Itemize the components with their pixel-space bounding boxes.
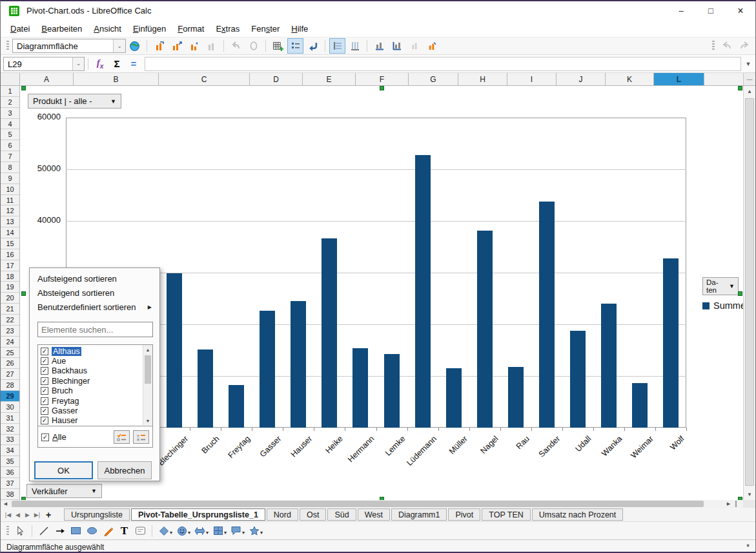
row-header-26[interactable]: 26 bbox=[1, 358, 19, 369]
row-header-37[interactable]: 37 bbox=[1, 478, 19, 489]
next-sheet-icon[interactable]: ▶ bbox=[23, 512, 32, 518]
add-sheet-button[interactable]: + bbox=[42, 510, 55, 520]
row-header-23[interactable]: 23 bbox=[1, 326, 19, 337]
data-field-button[interactable]: Da-ten ▼ bbox=[702, 277, 739, 295]
bar-nagel[interactable] bbox=[477, 231, 493, 428]
toolbar-grip[interactable] bbox=[6, 526, 9, 536]
vertical-scroll-thumb[interactable] bbox=[745, 98, 754, 486]
menu-fenster[interactable]: Fenster bbox=[245, 21, 285, 36]
bar-hermann[interactable] bbox=[352, 348, 368, 428]
row-header-31[interactable]: 31 bbox=[1, 413, 19, 424]
row-header-27[interactable]: 27 bbox=[1, 369, 19, 380]
sort-ascending-option[interactable]: Aufsteigend sortieren bbox=[30, 272, 159, 286]
row-header-11[interactable]: 11 bbox=[1, 195, 19, 206]
dropdown-arrow-icon[interactable]: ▾ bbox=[170, 530, 172, 536]
insert-text-box-icon[interactable]: T bbox=[116, 523, 132, 538]
row-header-38[interactable]: 38 bbox=[1, 489, 19, 500]
row-header-10[interactable]: 10 bbox=[1, 184, 19, 195]
scroll-down-icon[interactable]: ▼ bbox=[744, 489, 755, 500]
select-pointer-icon[interactable] bbox=[12, 523, 28, 538]
expand-formula-bar-icon[interactable]: ▼ bbox=[744, 61, 753, 67]
column-header-I[interactable]: I bbox=[507, 73, 557, 85]
select-all-corner[interactable] bbox=[1, 73, 20, 85]
scroll-up-icon[interactable]: ▲ bbox=[143, 345, 152, 354]
select-all-checkbox-row[interactable]: ✓ Alle bbox=[38, 426, 152, 448]
first-sheet-icon[interactable]: |◀ bbox=[3, 512, 13, 518]
column-header-B[interactable]: B bbox=[74, 73, 159, 85]
row-header-16[interactable]: 16 bbox=[1, 249, 19, 260]
minimize-button[interactable]: – bbox=[666, 1, 696, 20]
selection-handle[interactable] bbox=[21, 86, 26, 90]
row-header-32[interactable]: 32 bbox=[1, 424, 19, 435]
data-series-switch-icon[interactable] bbox=[186, 38, 202, 54]
row-header-33[interactable]: 33 bbox=[1, 435, 19, 446]
menu-datei[interactable]: Datei bbox=[5, 21, 36, 36]
checkbox-checked-icon[interactable]: ✓ bbox=[41, 367, 48, 375]
list-item-freytag[interactable]: ✓Freytag bbox=[38, 396, 152, 406]
checkbox-checked-icon[interactable]: ✓ bbox=[41, 433, 49, 441]
sheet-tab-diagramm1[interactable]: Diagramm1 bbox=[391, 508, 447, 521]
selection-handle[interactable] bbox=[738, 291, 742, 296]
all-axes-icon[interactable] bbox=[424, 38, 440, 54]
bar-freytag[interactable] bbox=[229, 385, 244, 428]
row-header-17[interactable]: 17 bbox=[1, 260, 19, 271]
bar-lemke[interactable] bbox=[384, 354, 400, 428]
search-items-input[interactable] bbox=[37, 322, 153, 337]
column-header-H[interactable]: H bbox=[458, 73, 507, 85]
row-header-14[interactable]: 14 bbox=[1, 227, 19, 238]
list-item-hauser[interactable]: ✓Hauser bbox=[38, 416, 152, 426]
horizontal-split-handle[interactable] bbox=[735, 501, 741, 507]
bar-sander[interactable] bbox=[539, 202, 555, 428]
dropdown-arrow-icon[interactable]: ▾ bbox=[188, 530, 190, 536]
checkbox-checked-icon[interactable]: ✓ bbox=[41, 407, 48, 415]
column-header-K[interactable]: K bbox=[606, 73, 654, 85]
toolbar-grip[interactable] bbox=[6, 41, 9, 51]
row-header-5[interactable]: 5 bbox=[1, 129, 19, 140]
insert-arrow-icon[interactable] bbox=[52, 523, 68, 538]
menu-einfuegen[interactable]: Einfügen bbox=[127, 21, 172, 36]
row-header-36[interactable]: 36 bbox=[1, 467, 19, 478]
dropdown-arrow-icon[interactable]: ▾ bbox=[206, 530, 209, 536]
row-header-21[interactable]: 21 bbox=[1, 304, 19, 315]
previous-sheet-icon[interactable]: ◀ bbox=[13, 512, 23, 518]
sheet-tab-west[interactable]: West bbox=[358, 508, 390, 521]
close-button[interactable]: × bbox=[726, 1, 755, 20]
sheet-tab-ursprungsliste[interactable]: Ursprungsliste bbox=[64, 508, 130, 521]
menu-format[interactable]: Format bbox=[172, 21, 210, 36]
list-item-aue[interactable]: ✓Aue bbox=[38, 356, 152, 366]
selection-handle[interactable] bbox=[738, 86, 742, 90]
sort-custom-option[interactable]: Benutzerdefiniert sortieren ▶ bbox=[30, 300, 159, 314]
dropdown-arrow-icon[interactable]: ▾ bbox=[260, 530, 263, 536]
row-header-28[interactable]: 28 bbox=[1, 380, 19, 391]
checkbox-checked-icon[interactable]: ✓ bbox=[41, 417, 48, 424]
column-header-E[interactable]: E bbox=[303, 73, 356, 85]
bar-hauser[interactable] bbox=[291, 301, 306, 428]
sheet-tab-pivot[interactable]: Pivot bbox=[448, 508, 480, 521]
checkbox-checked-icon[interactable]: ✓ bbox=[41, 348, 48, 355]
scroll-right-icon[interactable]: ▶ bbox=[724, 500, 733, 508]
list-item-backhaus[interactable]: ✓Backhaus bbox=[38, 366, 152, 376]
bar-blechinger[interactable] bbox=[167, 273, 182, 428]
insert-ellipse-icon[interactable] bbox=[84, 523, 100, 538]
checkbox-checked-icon[interactable]: ✓ bbox=[41, 397, 48, 405]
freeform-line-icon[interactable] bbox=[100, 523, 116, 538]
insert-rectangle-icon[interactable] bbox=[68, 523, 84, 538]
column-header-L[interactable]: L bbox=[654, 73, 704, 85]
menu-extras[interactable]: Extras bbox=[210, 21, 245, 36]
row-header-4[interactable]: 4 bbox=[1, 119, 19, 130]
chevron-down-icon[interactable]: ⌄ bbox=[72, 57, 84, 70]
check-all-items-button[interactable] bbox=[114, 430, 130, 444]
row-header-35[interactable]: 35 bbox=[1, 456, 19, 467]
row-header-24[interactable]: 24 bbox=[1, 337, 19, 348]
chart-element-selector[interactable]: Diagrammfläche ⌄ bbox=[12, 39, 126, 53]
list-scrollbar[interactable]: ▲ ▼ bbox=[143, 345, 152, 425]
vertical-grids-icon[interactable] bbox=[347, 38, 363, 54]
scroll-left-icon[interactable]: ◀ bbox=[1, 500, 10, 508]
bar-wanka[interactable] bbox=[601, 304, 617, 428]
sort-descending-option[interactable]: Absteigend sortieren bbox=[30, 286, 159, 300]
bar-weimar[interactable] bbox=[632, 383, 648, 428]
scroll-up-icon[interactable]: ▲ bbox=[744, 86, 755, 97]
data-in-columns-icon[interactable] bbox=[169, 38, 185, 54]
row-header-34[interactable]: 34 bbox=[1, 445, 19, 456]
dropdown-arrow-icon[interactable]: ▾ bbox=[242, 530, 245, 536]
